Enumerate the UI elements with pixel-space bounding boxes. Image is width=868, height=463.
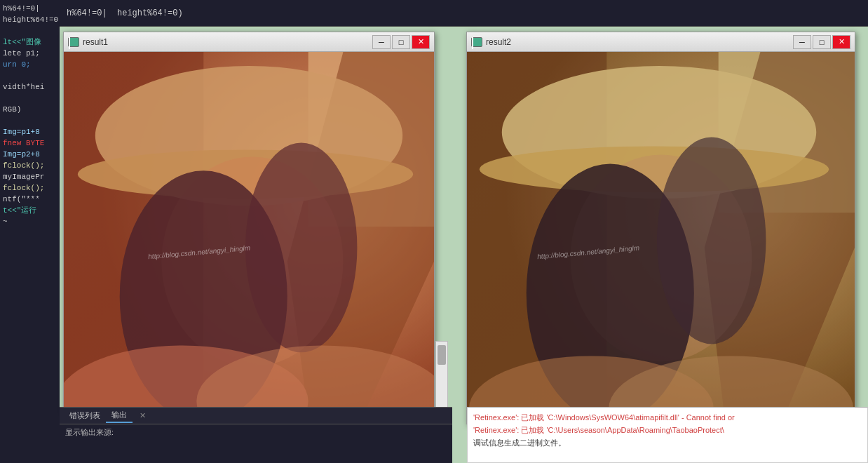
code-line-16: myImagePr [1,171,58,182]
bottom-panel-left: 错误列表 输出 ✕ 显示输出来源: [60,407,452,463]
result2-maximize-button[interactable]: □ [813,35,831,49]
output-source-label: 显示输出来源: [65,427,114,438]
result2-controls[interactable]: ─ □ ✕ [793,35,850,49]
result1-maximize-button[interactable]: □ [392,35,410,49]
bottom-tab-output[interactable]: 输出 [106,408,133,423]
top-code-text: h%64!=0| height%64!=0) [67,8,183,18]
bottom-right-content: 'Retinex.exe': 已加载 'C:\Windows\SysWOW64\… [468,408,867,452]
result2-title: result2 [486,37,793,47]
svg-rect-11 [64,52,434,413]
code-line-5: lete p1; [1,48,58,59]
result1-title: result1 [83,37,372,47]
code-line-6: urn 0; [1,59,58,70]
result1-minimize-button[interactable]: ─ [372,35,391,49]
scrollbar-thumb [438,345,446,365]
result1-portrait-svg [64,52,434,413]
output-line-2: 'Retinex.exe': 已加载 'C:\Users\season\AppD… [473,424,862,436]
code-line-12: Img=p1+8 [1,126,58,137]
result1-window-icon [68,37,79,47]
result2-content: http://blog.csdn.net/angyi_hinglm [467,52,855,424]
output-line-3: 调试信息生成二进制文件。 [473,436,862,449]
code-line-15: fclock(); [1,160,58,171]
code-line-17: fclock(); [1,182,58,194]
result2-window-icon [471,37,482,47]
code-line-11 [1,115,58,126]
bottom-close-icon[interactable]: ✕ [140,411,146,420]
result2-window: result2 ─ □ ✕ [466,32,855,424]
result2-minimize-button[interactable]: ─ [793,35,811,49]
top-code-bar: h%64!=0| height%64!=0) [60,0,868,27]
result2-image: http://blog.csdn.net/angyi_hinglm [467,52,855,424]
code-line-13: fnew BYTE [1,137,58,149]
main-background: h%64!=0| height%64!=0) result1 ─ □ ✕ [60,0,868,463]
code-line-8: vidth*hei [1,81,58,93]
code-line-18: ntf("*** [1,194,58,205]
code-line-9 [1,93,58,104]
code-editor-panel: h%64!=0| height%64!=0) lt<<"图像 lete p1; … [0,0,60,463]
bottom-panel-right: 'Retinex.exe': 已加载 'C:\Windows\SysWOW64\… [467,407,868,463]
result1-content: http://blog.csdn.net/angyi_hinglm [64,52,434,413]
code-line-1: h%64!=0| [1,3,58,14]
bottom-left-content: 显示输出来源: [60,424,452,441]
result2-titlebar: result2 ─ □ ✕ [467,32,855,52]
code-line-2: height%64!=0) [1,14,58,25]
code-line-20: ~ [1,216,58,227]
svg-rect-23 [467,52,855,424]
code-line-3 [1,25,58,36]
result2-close-button[interactable]: ✕ [832,35,850,49]
result1-image: http://blog.csdn.net/angyi_hinglm [64,52,434,413]
code-line-19: t<<"运行 [1,205,58,216]
bottom-tab-errors[interactable]: 错误列表 [64,409,106,422]
bottom-left-header: 错误列表 输出 ✕ [60,408,452,424]
result2-portrait-svg [467,52,855,424]
result1-titlebar: result1 ─ □ ✕ [64,32,434,52]
code-line-7 [1,70,58,81]
vertical-scrollbar[interactable] [435,341,448,411]
result1-window: result1 ─ □ ✕ [63,32,435,414]
output-line-1: 'Retinex.exe': 已加载 'C:\Windows\SysWOW64\… [473,411,862,424]
code-line-14: Img=p2+8 [1,149,58,160]
result1-controls[interactable]: ─ □ ✕ [372,35,430,49]
code-line-10: RGB) [1,104,58,115]
result1-close-button[interactable]: ✕ [412,35,430,49]
code-line-4: lt<<"图像 [1,36,58,48]
